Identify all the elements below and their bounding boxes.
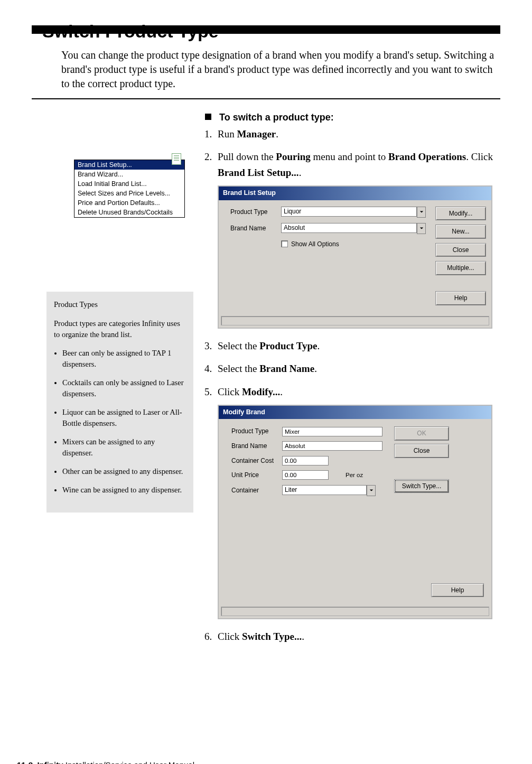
show-all-options-label: Show All Options — [291, 239, 339, 249]
sidebar-bullet: Mixers can be assigned to any dispenser. — [62, 436, 186, 459]
procedure-heading-text: To switch a product type: — [219, 112, 334, 123]
brand-name-combo[interactable] — [281, 223, 426, 234]
brand-list-setup-dialog: Brand List Setup Product Type — [218, 185, 492, 328]
brand-name-label: Brand Name — [231, 441, 277, 451]
product-type-combo[interactable] — [281, 207, 426, 218]
product-type-input[interactable] — [282, 427, 382, 436]
sidebar-bullet: Liquor can be assigned to Laser or All-B… — [62, 407, 186, 429]
per-oz-label: Per oz — [346, 471, 363, 480]
chevron-down-icon[interactable] — [417, 223, 426, 234]
sidebar-desc: Product types are categories Infinity us… — [54, 318, 186, 340]
menu-item[interactable]: Price and Portion Defaults... — [74, 198, 184, 208]
dialog-title: Brand List Setup — [219, 187, 491, 200]
chevron-down-icon[interactable] — [367, 485, 376, 496]
chevron-down-icon[interactable] — [417, 207, 426, 218]
brand-name-label: Brand Name — [230, 223, 276, 234]
menu-item-selected[interactable]: Brand List Setup... — [74, 160, 184, 170]
sidebar-bullet: Cocktails can only be assigned to Laser … — [62, 377, 186, 399]
sidebar-bullet: Beer can only be assigned to TAP 1 dispe… — [62, 348, 186, 370]
show-all-options-checkbox[interactable] — [281, 240, 288, 247]
new-button[interactable]: New... — [435, 225, 486, 239]
document-icon — [172, 153, 181, 165]
unit-price-label: Unit Price — [231, 470, 277, 480]
container-cost-input[interactable] — [282, 456, 329, 465]
intro-paragraph: You can change the product type designat… — [61, 48, 500, 91]
sidebar-bullet: Wine can be assigned to any dispenser. — [62, 485, 186, 496]
container-input[interactable] — [282, 485, 367, 495]
help-button[interactable]: Help — [435, 291, 486, 305]
product-type-label: Product Type — [230, 207, 276, 217]
step-6: Click Switch Type.... — [214, 629, 500, 644]
switch-type-button[interactable]: Switch Type... — [394, 479, 449, 493]
status-bar — [221, 316, 489, 325]
step-4: Select the Brand Name. — [214, 361, 500, 376]
help-button[interactable]: Help — [431, 583, 484, 598]
step-2: Pull down the Pouring menu and point to … — [214, 149, 500, 328]
sidebar-title: Product Types — [54, 299, 186, 310]
sidebar-bullet: Other can be assigned to any dispenser. — [62, 466, 186, 477]
close-button[interactable]: Close — [394, 444, 449, 458]
container-combo[interactable] — [282, 485, 376, 496]
menu-item[interactable]: Brand Wizard... — [74, 170, 184, 179]
top-black-bar — [32, 25, 500, 34]
multiple-button[interactable]: Multiple... — [435, 261, 486, 275]
brand-name-input[interactable] — [282, 441, 382, 451]
divider — [32, 98, 500, 99]
menu-item[interactable]: Delete Unused Brands/Cocktails — [74, 208, 184, 217]
product-type-input[interactable] — [281, 207, 417, 217]
ok-button[interactable]: OK — [394, 426, 449, 441]
step-1: Run Manager. — [214, 126, 500, 142]
step-3: Select the Product Type. — [214, 338, 500, 353]
popup-menu[interactable]: Brand List Setup... Brand Wizard... Load… — [74, 160, 185, 218]
square-bullet-icon — [205, 114, 211, 120]
dialog-title: Modify Brand — [219, 406, 491, 419]
modify-brand-dialog: Modify Brand Product Type Brand Name — [218, 405, 492, 619]
menu-item[interactable]: Load Initial Brand List... — [74, 179, 184, 189]
modify-button[interactable]: Modify... — [435, 207, 486, 221]
status-bar — [221, 607, 489, 616]
procedure-heading: To switch a product type: — [205, 112, 500, 123]
page-footer: 11-8 Infinity Installation/Service and U… — [17, 760, 194, 764]
container-label: Container — [231, 486, 277, 496]
step-5: Click Modify.... Modify Brand Product Ty… — [214, 384, 500, 620]
menu-item[interactable]: Select Sizes and Price Levels... — [74, 189, 184, 198]
unit-price-input[interactable] — [282, 470, 329, 480]
container-cost-label: Container Cost — [231, 456, 277, 466]
product-type-label: Product Type — [231, 426, 277, 436]
brand-name-input[interactable] — [281, 223, 417, 233]
close-button[interactable]: Close — [435, 243, 486, 257]
sidebar-note: Product Types Product types are categori… — [46, 292, 193, 513]
